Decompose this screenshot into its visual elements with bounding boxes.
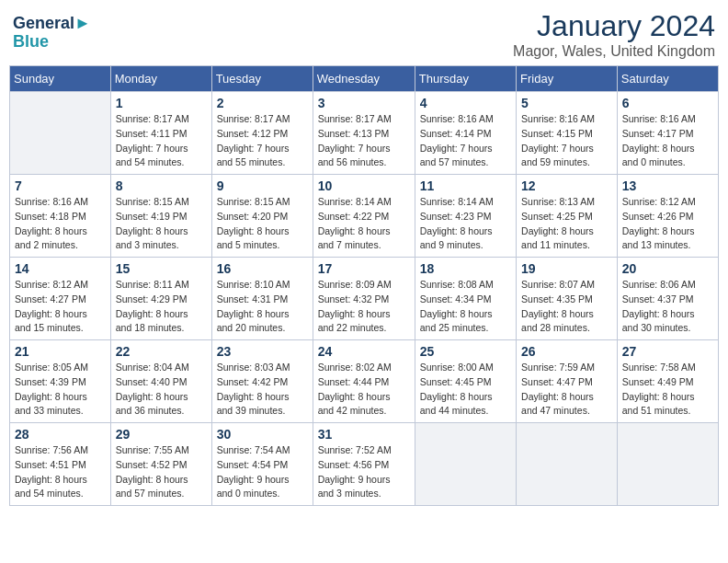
- day-cell-30: 30Sunrise: 7:54 AMSunset: 4:54 PMDayligh…: [211, 423, 313, 506]
- week-row-1: 1Sunrise: 8:17 AMSunset: 4:11 PMDaylight…: [10, 92, 719, 175]
- day-number: 24: [318, 344, 410, 359]
- day-number: 17: [318, 261, 410, 276]
- day-detail: Sunrise: 7:56 AMSunset: 4:51 PMDaylight:…: [15, 443, 106, 501]
- day-detail: Sunrise: 8:16 AMSunset: 4:15 PMDaylight:…: [521, 112, 612, 170]
- day-number: 19: [521, 261, 612, 276]
- day-cell-4: 4Sunrise: 8:16 AMSunset: 4:14 PMDaylight…: [415, 92, 516, 175]
- day-cell-9: 9Sunrise: 8:15 AMSunset: 4:20 PMDaylight…: [211, 175, 313, 258]
- weekday-header-saturday: Saturday: [617, 66, 718, 92]
- day-cell-14: 14Sunrise: 8:12 AMSunset: 4:27 PMDayligh…: [10, 258, 111, 340]
- subtitle: Magor, Wales, United Kingdom: [513, 43, 715, 60]
- day-cell-29: 29Sunrise: 7:55 AMSunset: 4:52 PMDayligh…: [110, 423, 211, 506]
- day-cell-25: 25Sunrise: 8:00 AMSunset: 4:45 PMDayligh…: [415, 340, 516, 423]
- day-cell-28: 28Sunrise: 7:56 AMSunset: 4:51 PMDayligh…: [10, 423, 111, 506]
- day-cell-24: 24Sunrise: 8:02 AMSunset: 4:44 PMDayligh…: [313, 340, 415, 423]
- day-cell-15: 15Sunrise: 8:11 AMSunset: 4:29 PMDayligh…: [110, 258, 211, 340]
- day-cell-34: [617, 423, 718, 506]
- day-number: 13: [622, 178, 713, 193]
- day-number: 8: [116, 178, 207, 193]
- day-number: 3: [318, 96, 410, 110]
- day-cell-1: 1Sunrise: 8:17 AMSunset: 4:11 PMDaylight…: [110, 92, 211, 175]
- day-number: 12: [521, 178, 612, 193]
- day-detail: Sunrise: 8:02 AMSunset: 4:44 PMDaylight:…: [318, 361, 410, 419]
- day-cell-21: 21Sunrise: 8:05 AMSunset: 4:39 PMDayligh…: [10, 340, 111, 423]
- day-detail: Sunrise: 7:58 AMSunset: 4:49 PMDaylight:…: [622, 361, 713, 419]
- day-number: 28: [15, 427, 106, 442]
- day-number: 23: [217, 344, 308, 359]
- day-cell-13: 13Sunrise: 8:12 AMSunset: 4:26 PMDayligh…: [617, 175, 718, 258]
- day-cell-32: [415, 423, 516, 506]
- day-cell-5: 5Sunrise: 8:16 AMSunset: 4:15 PMDaylight…: [517, 92, 618, 175]
- day-cell-18: 18Sunrise: 8:08 AMSunset: 4:34 PMDayligh…: [415, 258, 516, 340]
- day-cell-8: 8Sunrise: 8:15 AMSunset: 4:19 PMDaylight…: [110, 175, 211, 258]
- week-row-5: 28Sunrise: 7:56 AMSunset: 4:51 PMDayligh…: [10, 423, 719, 506]
- day-detail: Sunrise: 8:10 AMSunset: 4:31 PMDaylight:…: [217, 278, 308, 336]
- day-number: 26: [521, 344, 612, 359]
- day-number: 2: [217, 96, 308, 110]
- day-cell-22: 22Sunrise: 8:04 AMSunset: 4:40 PMDayligh…: [110, 340, 211, 423]
- day-detail: Sunrise: 7:52 AMSunset: 4:56 PMDaylight:…: [318, 443, 410, 501]
- day-detail: Sunrise: 8:16 AMSunset: 4:17 PMDaylight:…: [622, 112, 713, 170]
- day-detail: Sunrise: 7:59 AMSunset: 4:47 PMDaylight:…: [521, 361, 612, 419]
- weekday-header-monday: Monday: [110, 66, 211, 92]
- day-cell-6: 6Sunrise: 8:16 AMSunset: 4:17 PMDaylight…: [617, 92, 718, 175]
- day-cell-11: 11Sunrise: 8:14 AMSunset: 4:23 PMDayligh…: [415, 175, 516, 258]
- day-detail: Sunrise: 7:54 AMSunset: 4:54 PMDaylight:…: [217, 443, 308, 501]
- logo-text-2: Blue: [13, 33, 91, 52]
- day-number: 18: [420, 261, 511, 276]
- day-cell-31: 31Sunrise: 7:52 AMSunset: 4:56 PMDayligh…: [313, 423, 415, 506]
- day-cell-12: 12Sunrise: 8:13 AMSunset: 4:25 PMDayligh…: [517, 175, 618, 258]
- day-detail: Sunrise: 8:16 AMSunset: 4:14 PMDaylight:…: [420, 112, 511, 170]
- day-number: 25: [420, 344, 511, 359]
- day-detail: Sunrise: 8:15 AMSunset: 4:19 PMDaylight:…: [116, 195, 207, 253]
- day-cell-19: 19Sunrise: 8:07 AMSunset: 4:35 PMDayligh…: [517, 258, 618, 340]
- day-detail: Sunrise: 8:14 AMSunset: 4:23 PMDaylight:…: [420, 195, 511, 253]
- day-detail: Sunrise: 8:12 AMSunset: 4:27 PMDaylight:…: [15, 278, 106, 336]
- day-cell-0: [10, 92, 111, 175]
- day-cell-16: 16Sunrise: 8:10 AMSunset: 4:31 PMDayligh…: [211, 258, 313, 340]
- title-block: January 2024 Magor, Wales, United Kingdo…: [513, 9, 715, 60]
- week-row-3: 14Sunrise: 8:12 AMSunset: 4:27 PMDayligh…: [10, 258, 719, 340]
- day-number: 15: [116, 261, 207, 276]
- calendar-table: SundayMondayTuesdayWednesdayThursdayFrid…: [9, 65, 719, 506]
- day-cell-7: 7Sunrise: 8:16 AMSunset: 4:18 PMDaylight…: [10, 175, 111, 258]
- day-detail: Sunrise: 8:15 AMSunset: 4:20 PMDaylight:…: [217, 195, 308, 253]
- logo-text: General►: [13, 15, 91, 33]
- day-number: 21: [15, 344, 106, 359]
- main-title: January 2024: [513, 9, 715, 43]
- day-cell-20: 20Sunrise: 8:06 AMSunset: 4:37 PMDayligh…: [617, 258, 718, 340]
- day-detail: Sunrise: 8:03 AMSunset: 4:42 PMDaylight:…: [217, 361, 308, 419]
- weekday-header-friday: Friday: [517, 66, 618, 92]
- day-number: 4: [420, 96, 511, 110]
- weekday-header-thursday: Thursday: [415, 66, 516, 92]
- day-number: 10: [318, 178, 410, 193]
- day-detail: Sunrise: 8:08 AMSunset: 4:34 PMDaylight:…: [420, 278, 511, 336]
- day-number: 9: [217, 178, 308, 193]
- day-number: 1: [116, 96, 207, 110]
- weekday-header-sunday: Sunday: [10, 66, 111, 92]
- day-number: 11: [420, 178, 511, 193]
- day-detail: Sunrise: 8:12 AMSunset: 4:26 PMDaylight:…: [622, 195, 713, 253]
- day-cell-17: 17Sunrise: 8:09 AMSunset: 4:32 PMDayligh…: [313, 258, 415, 340]
- day-detail: Sunrise: 8:14 AMSunset: 4:22 PMDaylight:…: [318, 195, 410, 253]
- day-detail: Sunrise: 7:55 AMSunset: 4:52 PMDaylight:…: [116, 443, 207, 501]
- logo: General► Blue: [13, 15, 91, 52]
- week-row-2: 7Sunrise: 8:16 AMSunset: 4:18 PMDaylight…: [10, 175, 719, 258]
- day-number: 30: [217, 427, 308, 442]
- day-cell-2: 2Sunrise: 8:17 AMSunset: 4:12 PMDaylight…: [211, 92, 313, 175]
- day-detail: Sunrise: 8:00 AMSunset: 4:45 PMDaylight:…: [420, 361, 511, 419]
- day-cell-23: 23Sunrise: 8:03 AMSunset: 4:42 PMDayligh…: [211, 340, 313, 423]
- day-detail: Sunrise: 8:17 AMSunset: 4:13 PMDaylight:…: [318, 112, 410, 170]
- day-number: 5: [521, 96, 612, 110]
- day-cell-10: 10Sunrise: 8:14 AMSunset: 4:22 PMDayligh…: [313, 175, 415, 258]
- day-number: 6: [622, 96, 713, 110]
- day-number: 14: [15, 261, 106, 276]
- weekday-header-wednesday: Wednesday: [313, 66, 415, 92]
- day-detail: Sunrise: 8:17 AMSunset: 4:12 PMDaylight:…: [217, 112, 308, 170]
- day-detail: Sunrise: 8:07 AMSunset: 4:35 PMDaylight:…: [521, 278, 612, 336]
- weekday-header-tuesday: Tuesday: [211, 66, 313, 92]
- day-detail: Sunrise: 8:04 AMSunset: 4:40 PMDaylight:…: [116, 361, 207, 419]
- day-number: 31: [318, 427, 410, 442]
- day-number: 22: [116, 344, 207, 359]
- day-detail: Sunrise: 8:13 AMSunset: 4:25 PMDaylight:…: [521, 195, 612, 253]
